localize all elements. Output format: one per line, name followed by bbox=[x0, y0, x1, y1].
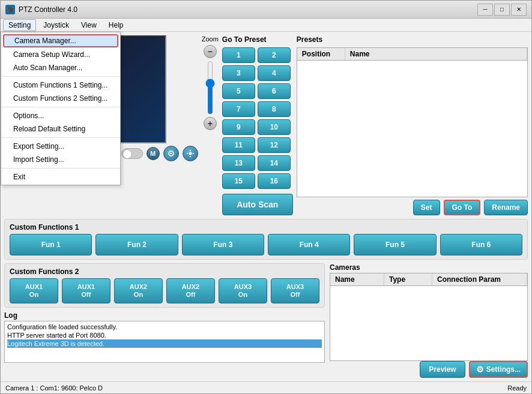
iris-toggle-thumb bbox=[122, 149, 132, 159]
svg-point-5 bbox=[189, 152, 192, 155]
aux3-off-button[interactable]: AUX3Off bbox=[271, 278, 319, 303]
zoom-plus-button[interactable]: + bbox=[204, 117, 217, 130]
preset-btn-16[interactable]: 16 bbox=[258, 173, 291, 189]
bottom-sections: Custom Functions 2 AUX1On AUX1Off AUX2On… bbox=[4, 263, 528, 378]
presets-table-header: Position Name bbox=[297, 48, 527, 61]
title-bar: 🎥 PTZ Controller 4.0 ─ □ ✕ bbox=[1, 1, 531, 19]
aux1-off-button[interactable]: AUX1Off bbox=[62, 278, 110, 303]
auto-scan-button[interactable]: Auto Scan bbox=[222, 194, 293, 215]
gear-icon: ⚙ bbox=[476, 365, 484, 374]
presets-table: Position Name bbox=[297, 47, 528, 197]
menu-exit[interactable]: Exit bbox=[1, 170, 120, 184]
menu-options[interactable]: Options... bbox=[1, 109, 120, 122]
main-window: 🎥 PTZ Controller 4.0 ─ □ ✕ Setting Joyst… bbox=[0, 0, 532, 394]
fun3-button[interactable]: Fun 3 bbox=[182, 234, 264, 255]
fun4-button[interactable]: Fun 4 bbox=[268, 234, 350, 255]
preset-btn-6[interactable]: 6 bbox=[258, 83, 291, 99]
log-line-2: HTTP server started at Port 8080. bbox=[7, 331, 322, 339]
preset-btn-3[interactable]: 3 bbox=[222, 65, 255, 81]
preset-btn-1[interactable]: 1 bbox=[222, 47, 255, 63]
preset-btn-15[interactable]: 15 bbox=[222, 173, 255, 189]
sep1 bbox=[1, 76, 120, 77]
goto-preset-section: Go To Preset 1 2 3 4 5 6 7 8 9 10 11 12 … bbox=[222, 35, 293, 215]
cameras-label: Cameras bbox=[330, 263, 528, 272]
zoom-minus-button[interactable]: − bbox=[204, 45, 217, 58]
maximize-button[interactable]: □ bbox=[494, 4, 510, 16]
status-bar: Camera 1 : Com1: 9600: Pelco D Ready bbox=[1, 381, 531, 393]
fun5-button[interactable]: Fun 5 bbox=[354, 234, 436, 255]
menu-export-setting[interactable]: Export Setting... bbox=[1, 140, 120, 153]
menu-custom-fn2-setting[interactable]: Custom Functions 2 Setting... bbox=[1, 92, 120, 105]
preset-btn-12[interactable]: 12 bbox=[258, 137, 291, 153]
custom-fn1-buttons: Fun 1 Fun 2 Fun 3 Fun 4 Fun 5 Fun 6 bbox=[10, 234, 522, 255]
sep3 bbox=[1, 137, 120, 138]
settings-label: Settings... bbox=[486, 365, 521, 374]
title-bar-buttons: ─ □ ✕ bbox=[477, 4, 527, 16]
preset-btn-2[interactable]: 2 bbox=[258, 47, 291, 63]
camera-info: Camera 1 : Com1: 9600: Pelco D bbox=[5, 384, 103, 392]
minimize-button[interactable]: ─ bbox=[477, 4, 493, 16]
menu-camera-manager[interactable]: Camera Manager... bbox=[3, 34, 118, 47]
preset-btn-13[interactable]: 13 bbox=[222, 155, 255, 171]
cameras-panel: Cameras Name Type Connection Param Previ… bbox=[330, 263, 528, 378]
log-label: Log bbox=[4, 311, 325, 320]
preset-grid: 1 2 3 4 5 6 7 8 9 10 11 12 13 14 15 16 bbox=[222, 47, 293, 189]
log-box: Configuration file loaded successfully. … bbox=[4, 321, 325, 363]
title-bar-left: 🎥 PTZ Controller 4.0 bbox=[5, 5, 77, 14]
menu-setting[interactable]: Setting bbox=[3, 19, 36, 31]
iris-m-button[interactable]: M bbox=[147, 147, 160, 160]
menu-joystick[interactable]: Joystick bbox=[38, 20, 74, 31]
fun1-button[interactable]: Fun 1 bbox=[10, 234, 92, 255]
zoom-section: Zoom − + bbox=[202, 35, 219, 215]
custom-fn1-section: Custom Functions 1 Fun 1 Fun 2 Fun 3 Fun… bbox=[4, 219, 528, 260]
set-button[interactable]: Set bbox=[413, 200, 440, 215]
preset-btn-5[interactable]: 5 bbox=[222, 83, 255, 99]
presets-label: Presets bbox=[297, 35, 528, 44]
aux2-off-button[interactable]: AUX2Off bbox=[166, 278, 215, 303]
setting-dropdown: Camera Manager... Camera Setup Wizard...… bbox=[1, 32, 121, 185]
goto-button[interactable]: Go To bbox=[444, 200, 481, 215]
menu-reload-default[interactable]: Reload Default Setting bbox=[1, 122, 120, 136]
zoom-slider[interactable] bbox=[204, 61, 217, 115]
cameras-table-header: Name Type Connection Param bbox=[330, 273, 527, 286]
custom-fn2-buttons: AUX1On AUX1Off AUX2On AUX2Off AUX3On AUX… bbox=[10, 278, 319, 303]
camera-actions: Preview ⚙ Settings... bbox=[330, 361, 528, 378]
close-button[interactable]: ✕ bbox=[511, 4, 527, 16]
left-bottom: Custom Functions 2 AUX1On AUX1Off AUX2On… bbox=[4, 263, 325, 378]
rename-button[interactable]: Rename bbox=[484, 200, 528, 215]
zoom-label: Zoom bbox=[202, 35, 219, 43]
menu-import-setting[interactable]: Import Setting... bbox=[1, 153, 120, 166]
menu-bar: Setting Joystick View Help Camera Manage… bbox=[1, 19, 531, 32]
preview-button[interactable]: Preview bbox=[420, 361, 465, 378]
fun6-button[interactable]: Fun 6 bbox=[440, 234, 522, 255]
preset-btn-11[interactable]: 11 bbox=[222, 137, 255, 153]
aux1-on-button[interactable]: AUX1On bbox=[10, 278, 58, 303]
custom-fn2-section: Custom Functions 2 AUX1On AUX1Off AUX2On… bbox=[4, 263, 325, 308]
cameras-col-connection: Connection Param bbox=[432, 273, 527, 285]
menu-help[interactable]: Help bbox=[104, 20, 128, 31]
menu-auto-scan-manager[interactable]: Auto Scan Manager... bbox=[1, 61, 120, 74]
right-bottom: Cameras Name Type Connection Param Previ… bbox=[330, 263, 528, 378]
preset-btn-14[interactable]: 14 bbox=[258, 155, 291, 171]
preset-btn-10[interactable]: 10 bbox=[258, 119, 291, 135]
menu-camera-setup-wizard[interactable]: Camera Setup Wizard... bbox=[1, 48, 120, 61]
preset-actions: Set Go To Rename bbox=[297, 200, 528, 215]
settings-button[interactable]: ⚙ Settings... bbox=[469, 361, 528, 378]
preset-btn-7[interactable]: 7 bbox=[222, 101, 255, 117]
iris-minus-button[interactable] bbox=[163, 146, 179, 161]
sep4 bbox=[1, 168, 120, 169]
iris-toggle[interactable] bbox=[121, 148, 143, 159]
menu-view[interactable]: View bbox=[76, 20, 101, 31]
iris-sun-button[interactable] bbox=[183, 146, 198, 161]
menu-custom-fn1-setting[interactable]: Custom Functions 1 Setting... bbox=[1, 79, 120, 92]
presets-col-position: Position bbox=[297, 48, 345, 60]
aux3-on-button[interactable]: AUX3On bbox=[219, 278, 267, 303]
custom-fn1-row: Custom Functions 1 Fun 1 Fun 2 Fun 3 Fun… bbox=[4, 219, 528, 260]
sep2 bbox=[1, 107, 120, 107]
presets-col-name: Name bbox=[345, 48, 527, 60]
preset-btn-9[interactable]: 9 bbox=[222, 119, 255, 135]
fun2-button[interactable]: Fun 2 bbox=[95, 234, 178, 255]
preset-btn-8[interactable]: 8 bbox=[258, 101, 291, 117]
preset-btn-4[interactable]: 4 bbox=[258, 65, 291, 81]
aux2-on-button[interactable]: AUX2On bbox=[114, 278, 163, 303]
